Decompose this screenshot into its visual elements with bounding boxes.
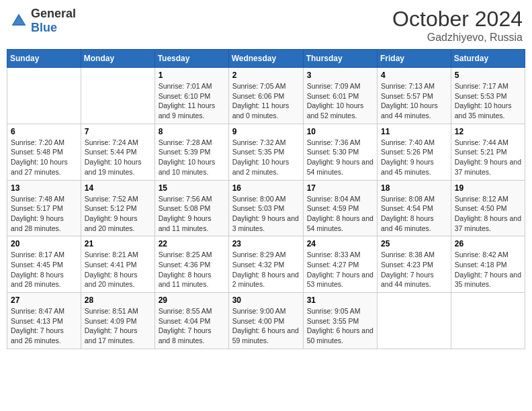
calendar-cell <box>378 293 451 349</box>
day-info: Sunrise: 7:36 AM Sunset: 5:30 PM Dayligh… <box>307 138 373 177</box>
day-info: Sunrise: 8:51 AM Sunset: 4:09 PM Dayligh… <box>85 306 151 346</box>
calendar-cell: 11Sunrise: 7:40 AM Sunset: 5:26 PM Dayli… <box>378 124 451 180</box>
logo-text: General Blue <box>31 7 76 35</box>
calendar-cell: 22Sunrise: 8:25 AM Sunset: 4:36 PM Dayli… <box>154 236 228 293</box>
calendar-body: 1Sunrise: 7:01 AM Sunset: 6:10 PM Daylig… <box>7 68 525 349</box>
calendar-cell: 21Sunrise: 8:21 AM Sunset: 4:41 PM Dayli… <box>81 236 154 293</box>
day-info: Sunrise: 7:17 AM Sunset: 5:53 PM Dayligh… <box>455 81 521 121</box>
calendar-cell: 18Sunrise: 8:08 AM Sunset: 4:54 PM Dayli… <box>378 180 451 236</box>
day-number: 19 <box>455 183 521 193</box>
calendar-cell: 29Sunrise: 8:55 AM Sunset: 4:04 PM Dayli… <box>154 293 228 349</box>
calendar-cell: 9Sunrise: 7:32 AM Sunset: 5:35 PM Daylig… <box>228 124 303 180</box>
day-number: 12 <box>455 127 521 136</box>
day-info: Sunrise: 7:40 AM Sunset: 5:26 PM Dayligh… <box>381 138 447 177</box>
calendar-cell: 13Sunrise: 7:48 AM Sunset: 5:17 PM Dayli… <box>7 180 81 236</box>
day-info: Sunrise: 8:38 AM Sunset: 4:23 PM Dayligh… <box>381 250 447 289</box>
day-number: 29 <box>159 295 225 305</box>
title-block: October 2024 Gadzhiyevo, Russia <box>392 7 523 44</box>
calendar-cell: 12Sunrise: 7:44 AM Sunset: 5:21 PM Dayli… <box>451 124 525 180</box>
calendar-cell: 5Sunrise: 7:17 AM Sunset: 5:53 PM Daylig… <box>451 68 525 124</box>
day-number: 11 <box>381 127 447 136</box>
day-info: Sunrise: 8:17 AM Sunset: 4:45 PM Dayligh… <box>11 250 77 289</box>
day-info: Sunrise: 9:05 AM Sunset: 3:55 PM Dayligh… <box>307 306 373 346</box>
calendar-cell <box>7 68 81 124</box>
day-number: 7 <box>85 127 151 136</box>
calendar-cell: 28Sunrise: 8:51 AM Sunset: 4:09 PM Dayli… <box>81 293 154 349</box>
day-info: Sunrise: 7:01 AM Sunset: 6:10 PM Dayligh… <box>159 81 225 121</box>
day-number: 18 <box>381 183 447 193</box>
calendar-cell: 16Sunrise: 8:00 AM Sunset: 5:03 PM Dayli… <box>228 180 303 236</box>
week-row-2: 6Sunrise: 7:20 AM Sunset: 5:48 PM Daylig… <box>7 124 525 180</box>
calendar-cell: 30Sunrise: 9:00 AM Sunset: 4:00 PM Dayli… <box>228 293 303 349</box>
calendar-cell: 10Sunrise: 7:36 AM Sunset: 5:30 PM Dayli… <box>303 124 377 180</box>
weekday-header-tuesday: Tuesday <box>154 50 228 68</box>
weekday-header-wednesday: Wednesday <box>228 50 303 68</box>
day-number: 21 <box>85 239 151 248</box>
day-number: 31 <box>307 295 373 305</box>
logo: General Blue <box>9 7 76 35</box>
calendar-cell: 6Sunrise: 7:20 AM Sunset: 5:48 PM Daylig… <box>7 124 81 180</box>
day-number: 1 <box>159 71 225 80</box>
calendar-cell: 8Sunrise: 7:28 AM Sunset: 5:39 PM Daylig… <box>154 124 228 180</box>
calendar-cell: 2Sunrise: 7:05 AM Sunset: 6:06 PM Daylig… <box>228 68 303 124</box>
day-info: Sunrise: 7:05 AM Sunset: 6:06 PM Dayligh… <box>232 81 300 121</box>
calendar-cell: 25Sunrise: 8:38 AM Sunset: 4:23 PM Dayli… <box>378 236 451 293</box>
day-info: Sunrise: 8:29 AM Sunset: 4:32 PM Dayligh… <box>232 250 300 289</box>
day-info: Sunrise: 7:44 AM Sunset: 5:21 PM Dayligh… <box>455 138 521 177</box>
day-number: 9 <box>232 127 300 136</box>
day-info: Sunrise: 8:04 AM Sunset: 4:59 PM Dayligh… <box>307 194 373 234</box>
day-info: Sunrise: 7:52 AM Sunset: 5:12 PM Dayligh… <box>85 194 151 234</box>
day-number: 6 <box>11 127 77 136</box>
weekday-header-monday: Monday <box>81 50 154 68</box>
weekday-header-sunday: Sunday <box>7 50 81 68</box>
calendar-cell: 31Sunrise: 9:05 AM Sunset: 3:55 PM Dayli… <box>303 293 377 349</box>
day-number: 15 <box>159 183 225 193</box>
calendar-table: SundayMondayTuesdayWednesdayThursdayFrid… <box>7 49 525 349</box>
day-number: 24 <box>307 239 373 248</box>
calendar-cell: 1Sunrise: 7:01 AM Sunset: 6:10 PM Daylig… <box>154 68 228 124</box>
day-info: Sunrise: 8:08 AM Sunset: 4:54 PM Dayligh… <box>381 194 447 234</box>
weekday-header-friday: Friday <box>378 50 451 68</box>
logo-general: General <box>31 7 76 20</box>
day-info: Sunrise: 8:33 AM Sunset: 4:27 PM Dayligh… <box>307 250 373 289</box>
day-info: Sunrise: 8:25 AM Sunset: 4:36 PM Dayligh… <box>159 250 225 289</box>
calendar-cell: 3Sunrise: 7:09 AM Sunset: 6:01 PM Daylig… <box>303 68 377 124</box>
day-number: 13 <box>11 183 77 193</box>
day-info: Sunrise: 9:00 AM Sunset: 4:00 PM Dayligh… <box>232 306 300 346</box>
day-number: 14 <box>85 183 151 193</box>
week-row-4: 20Sunrise: 8:17 AM Sunset: 4:45 PM Dayli… <box>7 236 525 293</box>
day-info: Sunrise: 7:48 AM Sunset: 5:17 PM Dayligh… <box>11 194 77 234</box>
calendar-cell: 20Sunrise: 8:17 AM Sunset: 4:45 PM Dayli… <box>7 236 81 293</box>
calendar-cell: 24Sunrise: 8:33 AM Sunset: 4:27 PM Dayli… <box>303 236 377 293</box>
day-number: 27 <box>11 295 77 305</box>
month-title: October 2024 <box>392 7 523 32</box>
day-info: Sunrise: 7:28 AM Sunset: 5:39 PM Dayligh… <box>159 138 225 177</box>
day-number: 28 <box>85 295 151 305</box>
day-number: 3 <box>307 71 373 80</box>
day-number: 20 <box>11 239 77 248</box>
calendar-cell: 27Sunrise: 8:47 AM Sunset: 4:13 PM Dayli… <box>7 293 81 349</box>
calendar-cell: 4Sunrise: 7:13 AM Sunset: 5:57 PM Daylig… <box>378 68 451 124</box>
day-number: 22 <box>159 239 225 248</box>
week-row-1: 1Sunrise: 7:01 AM Sunset: 6:10 PM Daylig… <box>7 68 525 124</box>
day-info: Sunrise: 8:47 AM Sunset: 4:13 PM Dayligh… <box>11 306 77 346</box>
calendar-cell: 17Sunrise: 8:04 AM Sunset: 4:59 PM Dayli… <box>303 180 377 236</box>
day-number: 17 <box>307 183 373 193</box>
day-number: 23 <box>232 239 300 248</box>
week-row-3: 13Sunrise: 7:48 AM Sunset: 5:17 PM Dayli… <box>7 180 525 236</box>
logo-icon <box>9 11 28 30</box>
location-title: Gadzhiyevo, Russia <box>392 32 523 44</box>
day-number: 25 <box>381 239 447 248</box>
page-header: General Blue October 2024 Gadzhiyevo, Ru… <box>7 7 525 44</box>
calendar-cell: 26Sunrise: 8:42 AM Sunset: 4:18 PM Dayli… <box>451 236 525 293</box>
day-number: 8 <box>159 127 225 136</box>
calendar-cell <box>451 293 525 349</box>
day-info: Sunrise: 7:32 AM Sunset: 5:35 PM Dayligh… <box>232 138 300 177</box>
calendar-header: SundayMondayTuesdayWednesdayThursdayFrid… <box>7 50 525 68</box>
day-number: 30 <box>232 295 300 305</box>
weekday-header-saturday: Saturday <box>451 50 525 68</box>
day-info: Sunrise: 7:13 AM Sunset: 5:57 PM Dayligh… <box>381 81 447 121</box>
day-info: Sunrise: 8:00 AM Sunset: 5:03 PM Dayligh… <box>232 194 300 234</box>
day-number: 26 <box>455 239 521 248</box>
day-number: 5 <box>455 71 521 80</box>
